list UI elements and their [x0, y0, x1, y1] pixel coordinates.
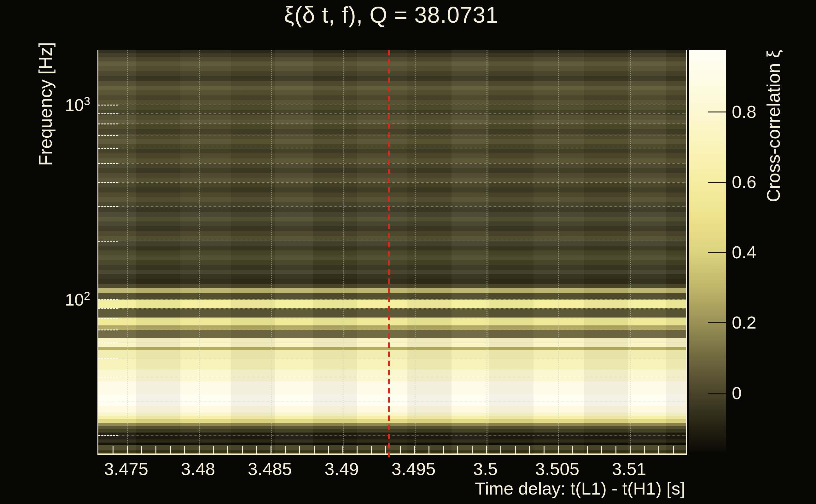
y-tick-label: 102	[65, 289, 90, 309]
y-minor-tick-dash	[98, 148, 118, 149]
y-minor-tick-dash	[98, 377, 118, 378]
x-axis-label: Time delay: t(L1) - t(H1) [s]	[97, 478, 685, 499]
y-minor-gridline	[98, 123, 686, 124]
x-minor-tick	[184, 446, 185, 454]
x-major-gridline	[558, 50, 559, 454]
x-tick-label: 3.495	[392, 459, 436, 479]
y-minor-gridline	[98, 308, 686, 309]
y-minor-gridline	[98, 358, 686, 358]
colorbar-tick-label: 0.4	[732, 242, 756, 262]
x-minor-tick	[515, 446, 516, 454]
x-major-gridline	[271, 50, 272, 454]
x-minor-tick	[529, 446, 530, 454]
y-minor-gridline	[98, 163, 686, 164]
y-minor-tick-dash	[98, 358, 118, 359]
y-minor-tick-dash	[98, 206, 118, 207]
max-correlation-marker-line	[388, 50, 390, 457]
x-major-gridline	[630, 50, 631, 454]
colorbar-axis-label: Cross-correlation ξ	[763, 50, 784, 202]
colorbar-tick-mark	[708, 112, 726, 112]
y-minor-gridline	[98, 148, 686, 148]
x-minor-tick	[486, 446, 487, 454]
x-major-gridline	[199, 50, 200, 454]
x-minor-tick	[385, 446, 386, 454]
x-major-gridline	[127, 50, 128, 454]
x-minor-tick	[616, 446, 617, 454]
x-minor-tick	[328, 446, 329, 454]
colorbar-tick-mark	[708, 393, 726, 394]
x-minor-tick	[543, 446, 544, 454]
x-major-gridline	[486, 50, 487, 454]
x-minor-tick	[127, 446, 128, 454]
x-minor-tick	[213, 446, 214, 454]
gridlines-layer	[98, 50, 686, 454]
colorbar	[689, 50, 726, 452]
x-minor-tick	[400, 446, 401, 454]
x-minor-tick	[587, 446, 588, 454]
x-minor-tick	[299, 446, 300, 454]
y-minor-tick-dash	[98, 329, 118, 330]
y-minor-tick-dash	[98, 241, 118, 242]
x-minor-tick	[227, 446, 228, 454]
x-tick-label: 3.5	[473, 459, 498, 479]
x-minor-tick	[141, 446, 142, 454]
colorbar-tick-label: 0	[732, 382, 742, 403]
x-tick-label: 3.475	[104, 459, 148, 479]
x-minor-tick	[271, 446, 272, 454]
x-minor-tick	[314, 446, 315, 454]
x-tick-label: 3.505	[535, 459, 579, 479]
y-minor-gridline	[98, 318, 686, 319]
x-minor-tick	[472, 446, 473, 454]
y-minor-tick-dash	[98, 318, 118, 319]
y-minor-gridline	[98, 182, 686, 183]
x-minor-tick	[428, 446, 429, 454]
x-minor-tick	[256, 446, 257, 454]
y-minor-tick-dash	[98, 163, 118, 164]
x-minor-tick	[658, 446, 659, 454]
y-minor-gridline	[98, 241, 686, 241]
x-minor-tick	[242, 446, 243, 454]
y-tick-label: 103	[65, 95, 90, 114]
x-minor-tick	[630, 446, 631, 454]
y-minor-gridline	[98, 206, 686, 207]
x-tick-label: 3.48	[181, 459, 216, 479]
y-minor-tick-dash	[98, 113, 118, 114]
y-minor-tick-dash	[98, 401, 118, 402]
y-major-tick-dash	[98, 299, 118, 300]
x-minor-tick	[198, 446, 199, 454]
x-minor-tick	[572, 446, 573, 454]
y-major-gridline	[98, 105, 686, 105]
x-minor-tick	[357, 446, 358, 454]
colorbar-tick-mark	[708, 252, 726, 253]
colorbar-tick-label: 0.6	[732, 172, 756, 192]
y-minor-gridline	[98, 377, 686, 377]
x-minor-tick	[443, 446, 444, 454]
x-major-gridline	[415, 50, 416, 454]
y-major-tick-dash	[98, 105, 118, 106]
x-minor-tick	[558, 446, 559, 454]
colorbar-tick-mark	[708, 182, 726, 183]
x-tick-label: 3.49	[325, 459, 359, 479]
x-minor-tick	[342, 446, 343, 454]
y-minor-gridline	[98, 342, 686, 343]
y-minor-gridline	[98, 401, 686, 402]
y-axis-ticks: 103102	[0, 50, 93, 454]
y-major-gridline	[98, 299, 686, 300]
y-minor-gridline	[98, 329, 686, 330]
y-minor-tick-dash	[98, 182, 118, 183]
x-minor-tick	[644, 446, 645, 454]
x-major-gridline	[343, 50, 344, 454]
y-minor-tick-dash	[98, 123, 118, 124]
y-minor-tick-dash	[98, 435, 118, 436]
y-minor-gridline	[98, 135, 686, 135]
x-tick-label: 3.51	[612, 459, 647, 479]
x-tick-label: 3.485	[248, 459, 292, 479]
x-minor-tick	[500, 446, 501, 454]
x-minor-tick	[457, 446, 458, 454]
colorbar-gradient	[689, 50, 726, 452]
x-minor-tick	[414, 446, 415, 454]
x-minor-tick	[112, 446, 113, 454]
colorbar-tick-label: 0.2	[732, 312, 756, 333]
y-minor-tick-dash	[98, 308, 118, 309]
colorbar-tick-mark	[708, 322, 726, 323]
